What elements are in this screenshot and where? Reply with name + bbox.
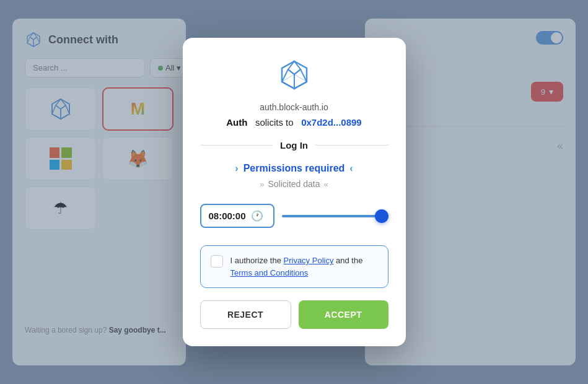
slider-thumb[interactable] <box>375 209 388 223</box>
solicited-chevrons-left: » <box>260 180 264 189</box>
authorize-checkbox[interactable] <box>211 255 223 268</box>
authorize-box: I authorize the Privacy Policy and the T… <box>200 245 388 288</box>
modal-overlay: auth.block-auth.io Auth solicits to 0x7d… <box>0 0 588 384</box>
perm-chevron-right-icon: ‹ <box>349 163 353 174</box>
modal-logo-container <box>200 58 388 92</box>
accept-button[interactable]: ACCEPT <box>299 300 388 329</box>
modal-solicits-row: Auth solicits to 0x7d2d...0899 <box>200 117 388 128</box>
login-label: Log In <box>280 140 308 151</box>
modal-login-divider: Log In <box>200 140 388 151</box>
wallet-address: 0x7d2d...0899 <box>301 117 362 128</box>
terms-conditions-link[interactable]: Terms and Conditions <box>230 268 309 277</box>
authorize-prefix: I authorize the <box>230 256 284 265</box>
solicits-space <box>296 117 299 128</box>
slider-track[interactable] <box>282 215 388 217</box>
solicits-to-text: solicits to <box>255 117 294 128</box>
solicited-chevrons-right: « <box>324 180 328 189</box>
solicited-data-label: Solicited data <box>268 179 320 189</box>
modal-domain: auth.block-auth.io <box>200 102 388 112</box>
permissions-row: › Permissions required ‹ <box>200 163 388 174</box>
clock-icon: 🕐 <box>251 210 263 222</box>
auth-modal: auth.block-auth.io Auth solicits to 0x7d… <box>183 38 406 346</box>
privacy-policy-link[interactable]: Privacy Policy <box>284 256 334 265</box>
time-input-box[interactable]: 08:00:00 🕐 <box>200 204 274 228</box>
permissions-label: Permissions required <box>244 163 345 174</box>
solicited-data-row: » Solicited data « <box>200 179 388 189</box>
reject-button[interactable]: REJECT <box>200 300 291 329</box>
auth-label: Auth <box>226 117 247 128</box>
solicits-middle <box>250 117 253 128</box>
authorize-and: and the <box>336 256 362 265</box>
perm-chevron-left-icon: › <box>235 163 238 174</box>
modal-logo-icon <box>277 58 312 92</box>
time-slider-row: 08:00:00 🕐 <box>200 204 388 228</box>
modal-buttons: REJECT ACCEPT <box>200 300 388 329</box>
time-value: 08:00:00 <box>209 211 246 221</box>
authorize-text: I authorize the Privacy Policy and the T… <box>230 255 363 279</box>
